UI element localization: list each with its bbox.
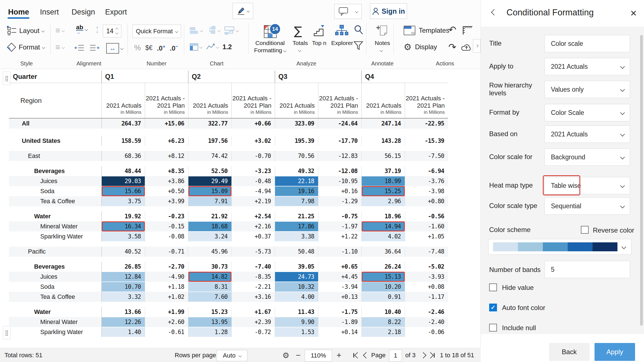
table-row[interactable]: Sparkling Water3.58-0.083.24+0.373.38+1.…	[9, 231, 448, 242]
font-size-input[interactable]: 14	[103, 25, 121, 37]
value-cell[interactable]: -1.75	[318, 307, 361, 317]
table-row[interactable]: East68.36+8.1274.42-0.7070.56-12.8356.15…	[9, 151, 448, 161]
increase-decimal-button[interactable]: .0+	[157, 44, 165, 52]
value-cell[interactable]: +2.39	[231, 317, 275, 327]
value-cell[interactable]: 10.20	[361, 282, 405, 292]
tab-insert[interactable]: Insert	[40, 8, 59, 16]
value-cell[interactable]: -0.48	[231, 176, 275, 186]
zoom-settings-button[interactable]: ⚙	[282, 348, 289, 362]
value-cell[interactable]: -7.48	[405, 247, 448, 257]
value-cell[interactable]: -2.40	[405, 317, 448, 327]
sign-in-button[interactable]: Sign in	[370, 3, 407, 19]
redo-button[interactable]: ↷	[448, 41, 456, 53]
value-cell[interactable]: 0.91	[361, 292, 405, 302]
text-wrap-button[interactable]: ab→	[76, 25, 87, 34]
title-input[interactable]: Color scale	[544, 35, 630, 52]
value-cell[interactable]: -2.70	[145, 262, 188, 272]
value-cell[interactable]: 17.86	[275, 221, 318, 231]
value-cell[interactable]: 50.48	[275, 247, 318, 257]
value-cell[interactable]: +1.99	[145, 307, 188, 317]
value-cell[interactable]: 68.36	[101, 151, 145, 161]
value-cell[interactable]: 8.31	[188, 282, 231, 292]
value-cell[interactable]: +6.23	[145, 136, 188, 146]
value-cell[interactable]: -3.76	[405, 176, 448, 186]
value-cell[interactable]: 3.58	[101, 231, 145, 242]
value-cell[interactable]: 15.25	[361, 186, 405, 196]
top-n-button[interactable]	[312, 25, 325, 38]
value-cell[interactable]: 15.09	[188, 186, 231, 196]
value-cell[interactable]: 18.96	[361, 211, 405, 221]
value-cell[interactable]: -15.39	[405, 136, 448, 146]
value-cell[interactable]: +2.54	[231, 211, 275, 221]
table-row[interactable]: Water13.66+1.9915.23+1.6711.43-1.7510.40…	[9, 307, 448, 317]
format-by-select[interactable]: Color Scale	[544, 104, 630, 121]
table-row[interactable]: Juices12.84-4.9014.82-8.3524.73+4.4515.1…	[9, 272, 448, 282]
value-cell[interactable]: -3.94	[318, 282, 361, 292]
value-cell[interactable]: 4.00	[275, 292, 318, 302]
table-row[interactable]: Pacific40.52-0.7145.96-5.7350.48-1.1036.…	[9, 247, 448, 257]
value-cell[interactable]: -3.98	[405, 186, 448, 196]
value-cell[interactable]: +1.02	[145, 292, 188, 302]
value-cell[interactable]: 1.40	[101, 327, 145, 337]
value-cell[interactable]: 7.60	[188, 292, 231, 302]
apply-to-select[interactable]: 2021 Actuals	[544, 58, 630, 75]
quarter-header-q3[interactable]: Q3	[275, 70, 361, 83]
value-cell[interactable]: -1.10	[318, 247, 361, 257]
value-cell[interactable]: -0.08	[145, 231, 188, 242]
indent-increase-button[interactable]	[89, 44, 100, 53]
indent-decrease-button[interactable]	[74, 44, 85, 53]
percent-format-button[interactable]: %	[134, 44, 141, 52]
value-cell[interactable]: -0.06	[405, 327, 448, 337]
value-cell[interactable]: 322.77	[188, 119, 231, 129]
row-hierarchy-select[interactable]: Values only	[544, 81, 630, 98]
value-cell[interactable]: -0.56	[405, 211, 448, 221]
value-cell[interactable]: 12.84	[101, 272, 145, 282]
value-cell[interactable]: 7.98	[275, 196, 318, 206]
value-cell[interactable]: +2.16	[231, 221, 275, 231]
value-cell[interactable]: -0.75	[318, 211, 361, 221]
value-cell[interactable]: 14.94	[361, 221, 405, 231]
first-page-button[interactable]	[353, 348, 360, 362]
value-cell[interactable]: -2.46	[405, 307, 448, 317]
value-cell[interactable]: +0.66	[231, 119, 275, 129]
value-cell[interactable]: 15.66	[101, 186, 145, 196]
value-cell[interactable]: 10.32	[275, 282, 318, 292]
value-cell[interactable]: 19.92	[101, 211, 145, 221]
next-page-button[interactable]	[421, 348, 425, 362]
value-cell[interactable]: -6.94	[405, 166, 448, 176]
value-cell[interactable]: -10.95	[318, 176, 361, 186]
value-cell[interactable]: -24.64	[318, 119, 361, 129]
value-cell[interactable]: 22.18	[275, 176, 318, 186]
value-cell[interactable]: -1.29	[318, 196, 361, 206]
value-cell[interactable]: -12.08	[318, 166, 361, 176]
value-cell[interactable]: -0.15	[145, 221, 188, 231]
table-row[interactable]: Mineral Water16.34-0.1518.68+2.1617.86-1…	[9, 221, 448, 231]
value-cell[interactable]: 15.13	[361, 272, 405, 282]
value-cell[interactable]: 10.70	[101, 282, 145, 292]
value-cell[interactable]: 323.09	[275, 119, 318, 129]
table-row[interactable]: Soda15.66+0.5015.09-4.9419.16+0.1615.25-…	[9, 186, 448, 196]
ruler-button[interactable]	[462, 25, 473, 36]
vertical-align-button[interactable]: ≡	[55, 42, 64, 52]
page-number-input[interactable]: 1	[389, 350, 402, 361]
value-cell[interactable]: +0.80	[405, 196, 448, 206]
notes-chevron[interactable]	[380, 48, 382, 53]
value-cell[interactable]: +1.22	[318, 231, 361, 242]
value-cell[interactable]: 39.05	[275, 262, 318, 272]
value-cell[interactable]: -4.90	[145, 272, 188, 282]
value-cell[interactable]: 19.16	[275, 186, 318, 196]
value-cell[interactable]: 8.22	[361, 317, 405, 327]
value-cell[interactable]: 247.14	[361, 119, 405, 129]
value-cell[interactable]: +3.16	[231, 292, 275, 302]
value-cell[interactable]: +0.08	[405, 282, 448, 292]
value-cell[interactable]: 2.18	[361, 327, 405, 337]
decimal-places-button[interactable]: 1.2	[222, 43, 232, 51]
display-button[interactable]: ⚙ Display	[404, 42, 437, 51]
rows-per-page-select[interactable]: Auto	[217, 350, 247, 361]
value-cell[interactable]: 3.24	[188, 231, 231, 242]
value-cell[interactable]: 3.38	[275, 231, 318, 242]
horizontal-align-button[interactable]: ≡	[55, 26, 64, 35]
based-on-select[interactable]: 2021 Actuals	[544, 126, 630, 143]
value-cell[interactable]: 36.64	[361, 247, 405, 257]
include-null-checkbox[interactable]	[489, 324, 497, 332]
